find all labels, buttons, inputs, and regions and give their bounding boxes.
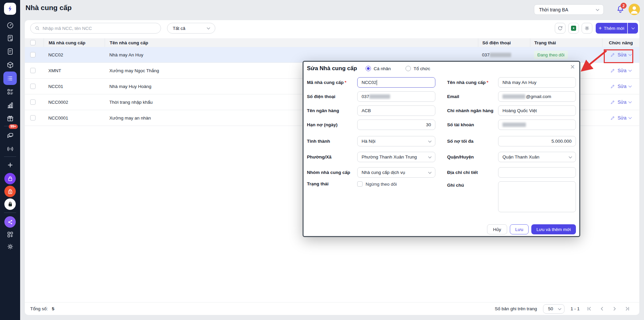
sidebar-item-catalog[interactable] (3, 85, 17, 98)
address-input[interactable] (498, 167, 576, 178)
row-checkbox[interactable] (30, 68, 36, 73)
search-input[interactable] (43, 26, 157, 31)
sidebar-item-add-channel[interactable] (3, 158, 17, 172)
select-all-checkbox[interactable] (30, 40, 36, 45)
stop-following-checkbox[interactable] (357, 181, 363, 187)
total-label: Tổng số: (30, 306, 48, 311)
page-title: Nhà cung cấp (25, 4, 72, 12)
page-range: 1 - 1 (571, 306, 580, 311)
code-label: Mã nhà cung cấp* (307, 77, 346, 88)
column-header-phone[interactable]: Số điện thoại (478, 38, 530, 47)
gift-icon (6, 115, 14, 122)
export-excel-button[interactable]: X (568, 23, 579, 34)
note-textarea[interactable] (498, 181, 576, 212)
row-checkbox[interactable] (30, 52, 36, 57)
modal-close-button[interactable]: × (568, 62, 577, 71)
save-and-new-button[interactable]: Lưu và thêm mới (531, 224, 576, 234)
code-input[interactable]: NCC02 (357, 77, 435, 88)
phone-input[interactable]: 037 (357, 91, 435, 102)
ward-select[interactable]: Phường Thanh Xuân Trung (357, 152, 435, 162)
sidebar-divider (4, 156, 16, 157)
edit-button[interactable]: Sửa (610, 99, 631, 105)
store-selector[interactable]: Thời trang BA (534, 4, 604, 15)
row-checkbox[interactable] (30, 99, 36, 105)
save-button[interactable]: Lưu (510, 224, 529, 234)
add-new-label: Thêm mới (604, 26, 624, 31)
chevron-down-icon (628, 100, 632, 103)
column-header-actions: Chức năng (602, 38, 639, 47)
sidebar-item-chat[interactable] (3, 129, 17, 142)
pencil-icon (610, 84, 615, 89)
row-checkbox[interactable] (30, 115, 36, 121)
edit-button[interactable]: Sửa (610, 68, 631, 73)
apps-add-icon (6, 231, 14, 238)
prev-page-button[interactable] (598, 306, 605, 312)
svg-text:♪: ♪ (9, 203, 11, 206)
sidebar-item-promotions[interactable] (3, 111, 17, 125)
first-page-icon (587, 306, 592, 311)
address-label: Địa chỉ chi tiết (447, 167, 478, 178)
supplier-code: NCC0002 (44, 100, 105, 105)
next-page-button[interactable] (611, 306, 618, 312)
province-select[interactable]: Hà Nội (357, 136, 435, 146)
radio-personal[interactable]: Cá nhân (366, 66, 391, 71)
account-input[interactable] (498, 120, 576, 130)
person-icon (629, 4, 640, 15)
cancel-button[interactable]: Hủy (487, 224, 507, 234)
app-logo-icon[interactable] (4, 3, 16, 15)
add-new-dropdown-button[interactable] (628, 23, 638, 34)
sidebar-item-suppliers[interactable] (3, 72, 17, 85)
status-checkbox-row[interactable]: Ngừng theo dõi (357, 181, 397, 187)
bank-input[interactable]: ACB (357, 105, 435, 116)
app-screen: 99+ S ♪ Nhà cung cấp Thời trang BA (0, 0, 644, 320)
dashboard-gauge-icon (6, 21, 14, 29)
sidebar-item-apps[interactable] (3, 228, 17, 241)
last-page-button[interactable] (624, 306, 631, 312)
notifications-button[interactable]: 2 (616, 5, 626, 15)
sidebar-item-dashboard[interactable] (3, 18, 17, 32)
radio-personal-label: Cá nhân (374, 66, 391, 71)
edit-button[interactable]: Sửa (610, 84, 631, 89)
ward-label: Phường/Xã (307, 152, 331, 162)
edit-label: Sửa (618, 99, 627, 105)
table-row[interactable]: NCC02 Nhà may An Huy 037 Đang theo dõi S… (25, 47, 639, 63)
sidebar-item-settings[interactable] (3, 240, 17, 253)
row-checkbox[interactable] (30, 84, 36, 89)
table-settings-button[interactable] (582, 23, 592, 34)
refresh-button[interactable] (555, 23, 566, 34)
sidebar-item-tiktok[interactable]: ♪ (4, 198, 16, 210)
per-page-value: 50 (548, 306, 553, 311)
sidebar-item-reports[interactable] (3, 98, 17, 112)
chat-icon (6, 132, 14, 139)
radio-organization[interactable]: Tổ chức (406, 66, 430, 71)
per-page-select[interactable]: 50 (543, 304, 565, 314)
edit-button[interactable]: Sửa (610, 115, 631, 121)
add-new-button[interactable]: + Thêm mới (596, 23, 627, 34)
max-debt-input[interactable]: 5.000.000 (498, 136, 576, 146)
debt-days-input[interactable]: 30 (357, 120, 435, 130)
district-select[interactable]: Quận Thanh Xuân (498, 152, 576, 162)
note-label: Ghi chú (447, 180, 464, 190)
annotation-highlight-box (604, 49, 633, 63)
branch-input[interactable]: Hoàng Quốc Việt (498, 105, 576, 116)
sidebar-item-broadcast[interactable] (3, 142, 17, 155)
sidebar-item-products[interactable] (3, 58, 17, 72)
column-header-code[interactable]: Mã nhà cung cấp (44, 38, 105, 47)
name-input[interactable]: Nhà may An Huy (498, 77, 576, 88)
supplier-search[interactable] (30, 23, 161, 34)
sidebar-item-shopee[interactable]: S (4, 186, 16, 197)
status-filter-select[interactable]: Tất cả (167, 23, 215, 34)
supplier-code: NCC01 (44, 84, 105, 89)
sidebar-item-invoices[interactable] (3, 45, 17, 58)
group-select[interactable]: Nhà cung cấp dịch vụ (357, 167, 435, 178)
email-input[interactable]: @gmail.com (498, 91, 576, 102)
sidebar-item-lazada[interactable] (4, 173, 16, 184)
radio-organization-label: Tổ chức (414, 66, 430, 71)
sidebar-item-orders[interactable] (3, 31, 17, 45)
column-header-name[interactable]: Tên nhà cung cấp (105, 38, 478, 47)
chevron-down-icon (628, 84, 632, 88)
user-avatar[interactable] (629, 4, 640, 15)
first-page-button[interactable] (586, 306, 592, 312)
column-header-status[interactable]: Trạng thái (530, 38, 602, 47)
sidebar-item-integrations[interactable] (4, 216, 16, 228)
